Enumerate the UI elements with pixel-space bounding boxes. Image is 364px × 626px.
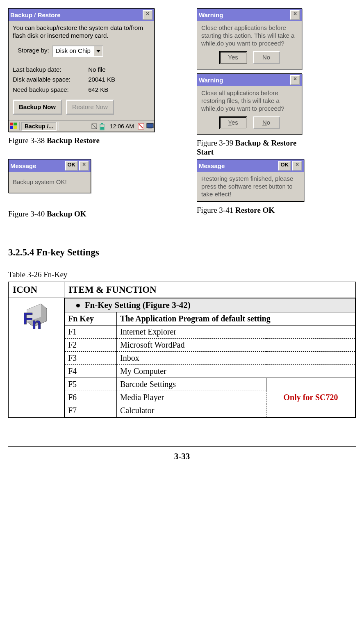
close-icon[interactable]: ×: [290, 10, 300, 20]
backup-restore-window: Backup / Restore × You can backup/restor…: [8, 8, 155, 132]
fn-key-table: ICON ITEM & FUNCTION F n ●Fn-Key Setting…: [8, 282, 356, 418]
table-row: F2: [65, 338, 117, 351]
no-button[interactable]: No: [253, 51, 280, 64]
last-backup-label: Last backup date:: [13, 66, 86, 74]
table-header-item: ITEM & FUNCTION: [64, 282, 356, 298]
close-icon[interactable]: ×: [143, 10, 152, 20]
svg-rect-9: [148, 128, 152, 129]
yes-button[interactable]: Yes: [219, 51, 247, 64]
calendar-icon[interactable]: [138, 123, 144, 130]
yes-button[interactable]: Yes: [219, 116, 247, 129]
svg-line-2: [92, 124, 97, 129]
avail-label: Disk available space:: [13, 76, 86, 84]
svg-rect-5: [100, 127, 104, 130]
message-backup-ok-window: Message OK × Backup system OK!: [8, 159, 91, 193]
warning-backup-window: Warning × Close other applications befor…: [197, 8, 302, 69]
table-label: Table 3-26 Fn-Key: [8, 270, 356, 279]
message-restore-ok-window: Message OK × Restoring system finished, …: [197, 159, 304, 202]
close-icon[interactable]: ×: [290, 75, 300, 85]
ok-button[interactable]: OK: [278, 161, 291, 171]
table-row: Inbox: [117, 351, 355, 364]
storage-dropdown[interactable]: Disk on Chip: [52, 46, 103, 57]
warning-text: Close all applications before restoring …: [201, 89, 298, 112]
table-row: F3: [65, 351, 117, 364]
figure-caption-39: Figure 3-39 Backup & Restore Start: [197, 139, 303, 157]
table-row: F7: [65, 404, 117, 417]
figure-caption-38: Figure 3-38 Backup Restore: [8, 136, 156, 145]
start-icon[interactable]: [10, 123, 18, 130]
battery-icon[interactable]: [100, 123, 106, 130]
desktop-icon[interactable]: [146, 123, 153, 130]
close-icon[interactable]: ×: [292, 161, 302, 171]
page-rule: [8, 446, 356, 447]
need-value: 642 KB: [88, 86, 108, 93]
table-row: Media Player: [117, 391, 266, 404]
svg-text:F: F: [23, 310, 33, 328]
window-title: Warning: [199, 11, 290, 18]
window-title: Message: [199, 162, 278, 169]
figure-caption-40: Figure 3-40 Backup OK: [8, 209, 156, 219]
fn-icon: F n: [22, 300, 51, 329]
taskbar: Backup /... 12:06 AM: [9, 121, 154, 132]
table-row: F4: [65, 364, 117, 378]
clock: 12:06 AM: [108, 123, 136, 130]
need-label: Need backup space:: [13, 86, 86, 94]
svg-text:n: n: [32, 315, 41, 329]
ok-button[interactable]: OK: [65, 161, 78, 171]
tray-icon-1[interactable]: [91, 123, 98, 130]
backup-now-button[interactable]: Backup Now: [13, 100, 62, 115]
table-header-icon: ICON: [9, 282, 64, 298]
intro-text: You can backup/restore the system data t…: [13, 24, 150, 40]
svg-marker-0: [96, 50, 100, 52]
window-title: Warning: [199, 77, 290, 84]
message-text: Backup system OK!: [13, 178, 86, 186]
avail-value: 20041 KB: [88, 76, 115, 83]
storage-label: Storage by:: [18, 47, 49, 55]
table-row: F6: [65, 391, 117, 404]
table-row: Internet Explorer: [117, 325, 355, 338]
last-backup-value: No file: [88, 66, 106, 73]
restore-now-button[interactable]: Restore Now: [66, 100, 114, 115]
section-heading: 3.2.5.4 Fn-key Settings: [8, 247, 356, 258]
svg-rect-8: [147, 123, 153, 128]
table-row: Barcode Settings: [117, 378, 266, 391]
table-row: Microsoft WordPad: [117, 338, 355, 351]
warning-restore-window: Warning × Close all applications before …: [197, 73, 302, 134]
table-row: F5: [65, 378, 117, 391]
close-icon[interactable]: ×: [79, 161, 89, 171]
note-only-sc720: Only for SC720: [266, 378, 355, 417]
fn-icon-cell: F n: [9, 298, 64, 417]
svg-rect-4: [101, 123, 103, 124]
table-row: Calculator: [117, 404, 266, 417]
page-number: 3-33: [8, 451, 356, 462]
fnkey-setting-heading: ●Fn-Key Setting (Figure 3-42): [65, 298, 355, 312]
no-button[interactable]: No: [253, 116, 280, 129]
storage-value: Disk on Chip: [53, 46, 94, 56]
figure-caption-41: Figure 3-41 Restore OK: [197, 206, 304, 215]
chevron-down-icon[interactable]: [94, 46, 102, 56]
window-title: Message: [10, 162, 65, 169]
table-row: My Computer: [117, 364, 355, 378]
taskbar-app-button[interactable]: Backup /...: [21, 122, 57, 131]
warning-text: Close other applications before starting…: [201, 24, 298, 47]
subheader-fnkey: Fn Key: [65, 312, 117, 325]
message-text: Restoring system finished, please press …: [201, 175, 300, 198]
table-row: F1: [65, 325, 117, 338]
window-title: Backup / Restore: [10, 11, 143, 18]
subheader-app: The Application Program of default setti…: [117, 312, 355, 325]
